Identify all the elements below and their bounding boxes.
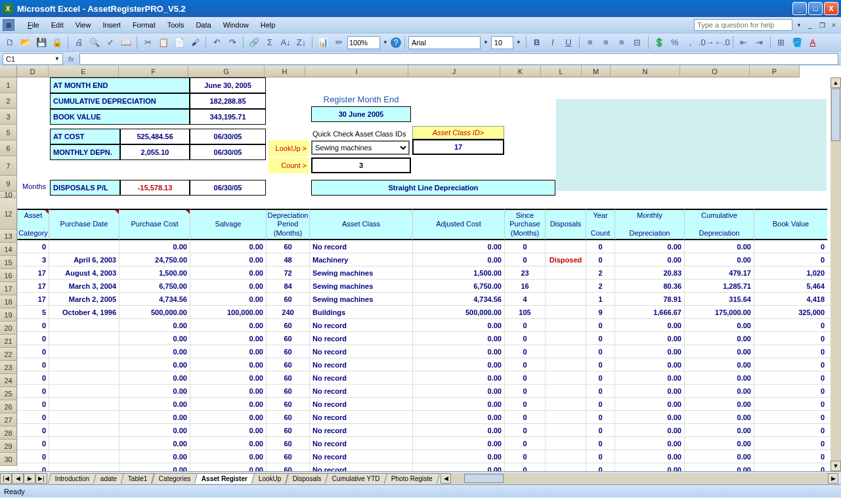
cell-salvage[interactable]: 0.00 <box>190 358 266 371</box>
cell-mdep[interactable]: 0.00 <box>615 332 684 345</box>
cell-cat[interactable]: 0 <box>17 319 49 332</box>
cell-bv[interactable]: 0 <box>754 463 827 471</box>
cell-adj[interactable]: 0.00 <box>412 398 504 411</box>
cell-salvage[interactable]: 0.00 <box>190 319 266 332</box>
cell-cdep[interactable]: 315.64 <box>684 293 754 306</box>
cell-mdep[interactable]: 0.00 <box>615 424 684 437</box>
cell-since[interactable]: 0 <box>504 253 545 266</box>
cell-cost[interactable]: 0.00 <box>119 240 190 253</box>
tab-nav-last-icon[interactable]: ▶| <box>35 473 47 484</box>
copy-icon[interactable]: 📋 <box>156 35 171 50</box>
cell-bv[interactable]: 325,000 <box>754 306 827 319</box>
col-header-O[interactable]: O <box>680 66 750 77</box>
cell-adj[interactable]: 0.00 <box>412 411 504 424</box>
cell-bv[interactable]: 0 <box>754 398 827 411</box>
cell-cost[interactable]: 0.00 <box>119 371 190 385</box>
cell-cdep[interactable]: 0.00 <box>684 319 754 332</box>
doc-minimize-button[interactable]: _ <box>806 20 815 30</box>
row-header-18[interactable]: 18 <box>0 295 17 308</box>
cell-class[interactable]: Sewing machines <box>309 293 412 306</box>
cell-cat[interactable]: 0 <box>17 385 49 398</box>
row-header-7[interactable]: 7 <box>0 156 17 176</box>
cell-cdep[interactable]: 0.00 <box>684 424 754 437</box>
vertical-scrollbar[interactable]: ▲ ▼ <box>830 77 841 471</box>
sheet-tab-categories[interactable]: Categories <box>152 473 198 484</box>
comma-icon[interactable]: , <box>683 35 698 50</box>
undo-icon[interactable]: ↶ <box>209 35 224 50</box>
row-header-12[interactable]: 12 <box>0 198 17 230</box>
cell-cost[interactable]: 0.00 <box>119 358 190 371</box>
cell-cat[interactable]: 0 <box>17 240 49 253</box>
sheet-tab-lookup[interactable]: LookUp <box>251 473 289 484</box>
cell-period[interactable]: 84 <box>266 280 309 293</box>
cell-adj[interactable]: 0.00 <box>412 371 504 385</box>
formula-bar[interactable] <box>79 53 838 65</box>
cell-cdep[interactable]: 175,000.00 <box>684 306 754 319</box>
percent-icon[interactable]: % <box>668 35 682 50</box>
cell-salvage[interactable]: 0.00 <box>190 450 266 463</box>
menu-file[interactable]: File <box>22 19 45 31</box>
cell-yc[interactable]: 0 <box>586 424 615 437</box>
cell-adj[interactable]: 0.00 <box>412 332 504 345</box>
cell-since[interactable]: 0 <box>504 437 545 450</box>
cell-salvage[interactable]: 100,000.00 <box>190 306 266 319</box>
col-header-E[interactable]: E <box>49 66 119 77</box>
depreciation-method[interactable]: Straight Line Depreciation <box>311 180 555 196</box>
header-sincePur[interactable]: SincePurchase(Months) <box>504 209 545 240</box>
cell-bv[interactable]: 0 <box>754 385 827 398</box>
cell-date[interactable] <box>49 437 119 450</box>
cell-salvage[interactable]: 0.00 <box>190 424 266 437</box>
cell-disp[interactable] <box>545 437 586 450</box>
cell-adj[interactable]: 0.00 <box>412 385 504 398</box>
cell-disp[interactable] <box>545 398 586 411</box>
merge-icon[interactable]: ⊟ <box>630 35 645 50</box>
cell-class[interactable]: Buildings <box>309 306 412 319</box>
header-assetCat[interactable]: AssetCategory <box>17 209 49 240</box>
cell-period[interactable]: 60 <box>266 358 309 371</box>
cell-yc[interactable]: 0 <box>586 358 615 371</box>
cell-mdep[interactable]: 20.83 <box>615 266 684 280</box>
menu-format[interactable]: Format <box>127 19 161 31</box>
format-painter-icon[interactable]: 🖌 <box>188 35 202 50</box>
cell-cat[interactable]: 3 <box>17 253 49 266</box>
cell-period[interactable]: 60 <box>266 463 309 471</box>
cell-cdep[interactable]: 0.00 <box>684 358 754 371</box>
cell-mdep[interactable]: 0.00 <box>615 463 684 471</box>
decrease-decimal-icon[interactable]: ←.0 <box>715 35 729 50</box>
cell-yc[interactable]: 0 <box>586 345 615 358</box>
cell-period[interactable]: 60 <box>266 437 309 450</box>
cell-since[interactable]: 0 <box>504 411 545 424</box>
col-header-D[interactable]: D <box>17 66 49 77</box>
cell-cat[interactable]: 17 <box>17 280 49 293</box>
cell-cdep[interactable]: 0.00 <box>684 463 754 471</box>
row-header-27[interactable]: 27 <box>0 413 17 427</box>
cell-cdep[interactable]: 0.00 <box>684 450 754 463</box>
cell-period[interactable]: 60 <box>266 345 309 358</box>
cell-cost[interactable]: 0.00 <box>119 385 190 398</box>
cell-yc[interactable]: 2 <box>586 266 615 280</box>
cell-cost[interactable]: 6,750.00 <box>119 280 190 293</box>
header-adjCost[interactable]: Adjusted Cost <box>412 209 504 240</box>
cell-class[interactable]: No record <box>309 411 412 424</box>
fx-icon[interactable]: fx <box>68 55 74 63</box>
cell-since[interactable]: 0 <box>504 240 545 253</box>
cell-mdep[interactable]: 0.00 <box>615 358 684 371</box>
redo-icon[interactable]: ↷ <box>225 35 240 50</box>
header-disposals[interactable]: Disposals <box>545 209 586 240</box>
row-header-24[interactable]: 24 <box>0 374 17 387</box>
cell-class[interactable]: No record <box>309 371 412 385</box>
cell-bv[interactable]: 4,418 <box>754 293 827 306</box>
value-disposals-pl[interactable]: -15,578.13 <box>120 180 190 196</box>
cell-since[interactable]: 0 <box>504 319 545 332</box>
cell-salvage[interactable]: 0.00 <box>190 398 266 411</box>
cell-bv[interactable]: 0 <box>754 358 827 371</box>
row-header-5[interactable]: 5 <box>0 125 17 140</box>
cell-since[interactable]: 0 <box>504 398 545 411</box>
cell-period[interactable]: 240 <box>266 306 309 319</box>
cell-cat[interactable]: 0 <box>17 345 49 358</box>
cell-disp[interactable] <box>545 332 586 345</box>
cell-mdep[interactable]: 0.00 <box>615 411 684 424</box>
permission-icon[interactable]: 🔒 <box>50 35 64 50</box>
cell-mdep[interactable]: 1,666.67 <box>615 306 684 319</box>
row-header-19[interactable]: 19 <box>0 308 17 322</box>
